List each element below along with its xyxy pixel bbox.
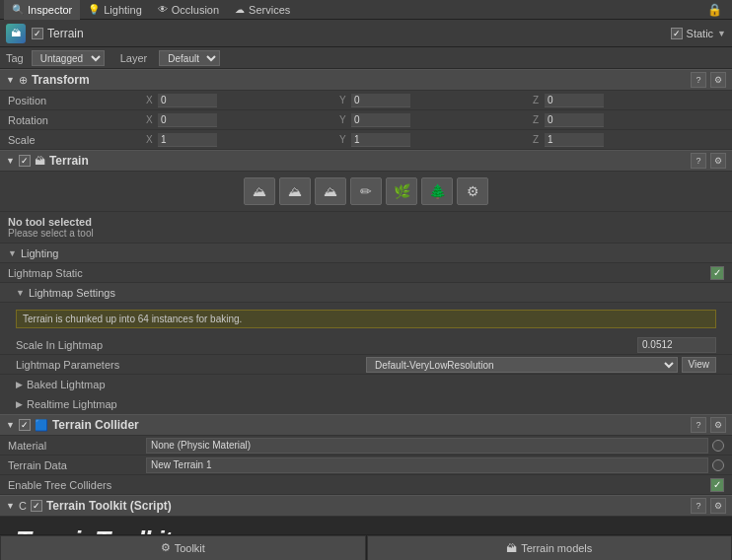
lightmap-static-check[interactable]: ✓ [710, 266, 724, 280]
toolbar: 🏔 ✓ Terrain ✓ Static ▼ [0, 20, 732, 47]
lightmap-warning-container: Terrain is chunked up into 64 instances … [0, 303, 732, 335]
lighting-sub-title: Lighting [21, 247, 59, 259]
lightmap-params-select[interactable]: Default-VeryLowResolution [366, 357, 678, 373]
rotation-x-input[interactable] [158, 113, 217, 127]
toolkit-menu-btn[interactable]: ⚙ [710, 498, 726, 514]
rotation-x: X [146, 113, 337, 127]
static-label: Static [687, 28, 714, 39]
tab-services[interactable]: ☁ Services [227, 0, 298, 20]
tab-lighting[interactable]: 💡 Lighting [80, 0, 150, 20]
scale-y-input[interactable] [351, 133, 410, 147]
transform-section-buttons: ? ⚙ [691, 72, 726, 88]
terrain-section-buttons: ? ⚙ [691, 153, 726, 169]
lighting-icon: 💡 [88, 4, 100, 15]
terrain-tool-2[interactable]: ⛰ [279, 177, 311, 205]
inspector-icon: 🔍 [12, 4, 24, 15]
tab-occlusion[interactable]: 👁 Occlusion [150, 0, 227, 20]
position-x-input[interactable] [158, 94, 217, 107]
terrain-tool-7[interactable]: ⚙ [457, 177, 488, 205]
select-tool-text: Please select a tool [8, 228, 724, 239]
lightmap-params-label: Lightmap Parameters [16, 359, 366, 371]
material-dot[interactable] [712, 440, 724, 452]
terrain-collapse-arrow: ▼ [6, 156, 15, 166]
object-name: Terrain [47, 27, 84, 40]
terrain-toolbar: ⛰ ⛰ ⛰ ✏ 🌿 🌲 ⚙ [0, 172, 732, 212]
baked-lightmap-row[interactable]: ▶ Baked Lightmap [0, 375, 732, 394]
bottom-bar: ⚙ Toolkit 🏔 Terrain models [0, 534, 732, 560]
scale-x: X [146, 133, 337, 147]
terrain-enable-check[interactable]: ✓ [19, 155, 31, 167]
terrain-tool-4[interactable]: ✏ [350, 177, 382, 205]
rotation-z-input[interactable] [545, 113, 604, 127]
enable-trees-check[interactable]: ✓ [710, 478, 724, 492]
static-checkbox[interactable]: ✓ [671, 28, 683, 39]
scale-z-input[interactable] [545, 133, 604, 147]
toolkit-enable-check[interactable]: ✓ [31, 500, 42, 512]
lightmap-static-row: Lightmap Static ✓ [0, 263, 732, 283]
terrain-section-icon: 🏔 [35, 155, 45, 167]
terrain-models-btn-label: Terrain models [521, 542, 592, 554]
rotation-y-input[interactable] [351, 113, 410, 127]
lightmap-params-row: Lightmap Parameters Default-VeryLowResol… [0, 355, 732, 375]
main-content: ▼ ⊕ Transform ? ⚙ Position X Y Z [0, 69, 732, 557]
scale-x-input[interactable] [158, 133, 217, 147]
toolkit-section-header[interactable]: ▼ C ✓ Terrain Toolkit (Script) ? ⚙ [0, 495, 732, 517]
enable-trees-label: Enable Tree Colliders [8, 479, 710, 491]
static-dropdown-arrow[interactable]: ▼ [717, 29, 726, 38]
terrain-menu-btn[interactable]: ⚙ [710, 153, 726, 169]
lightmap-params-view-btn[interactable]: View [682, 357, 717, 373]
baked-lightmap-label: Baked Lightmap [27, 379, 106, 390]
transform-content: Position X Y Z Rotation X [0, 91, 732, 150]
terrain-section-header[interactable]: ▼ ✓ 🏔 Terrain ? ⚙ [0, 150, 732, 172]
enable-trees-row: Enable Tree Colliders ✓ [0, 475, 732, 495]
position-y-input[interactable] [351, 94, 410, 107]
collider-section-header[interactable]: ▼ ✓ 🟦 Terrain Collider ? ⚙ [0, 414, 732, 436]
terrain-info-btn[interactable]: ? [691, 153, 706, 169]
material-label: Material [8, 440, 146, 452]
layer-select[interactable]: Default [159, 50, 220, 66]
toolkit-bottom-btn[interactable]: ⚙ Toolkit [0, 535, 366, 561]
lock-icon[interactable]: 🔒 [707, 3, 728, 17]
scale-y: Y [339, 133, 531, 147]
transform-info-btn[interactable]: ? [691, 72, 706, 88]
collider-menu-btn[interactable]: ⚙ [710, 417, 726, 433]
terrain-models-bottom-btn[interactable]: 🏔 Terrain models [367, 535, 733, 561]
terrain-tool-6[interactable]: 🌲 [421, 177, 453, 205]
lightmap-warning: Terrain is chunked up into 64 instances … [16, 310, 716, 328]
tag-select[interactable]: Untagged [32, 50, 105, 66]
rotation-label: Rotation [8, 114, 146, 126]
toolkit-btn-label: Toolkit [175, 542, 205, 554]
no-tool-text: No tool selected [8, 216, 724, 228]
collider-enable-check[interactable]: ✓ [19, 419, 31, 431]
collider-info-btn[interactable]: ? [691, 417, 706, 433]
position-z-input[interactable] [545, 94, 604, 107]
realtime-lightmap-row[interactable]: ▶ Realtime Lightmap [0, 394, 732, 414]
terrain-title: Terrain [49, 154, 89, 168]
transform-title: Transform [32, 73, 90, 87]
object-enable-checkbox[interactable]: ✓ Terrain [32, 27, 84, 40]
transform-section-header[interactable]: ▼ ⊕ Transform ? ⚙ [0, 69, 732, 91]
terrain-tool-1[interactable]: ⛰ [244, 177, 275, 205]
toolkit-info-btn[interactable]: ? [691, 498, 706, 514]
scale-row: Scale X Y Z [0, 130, 732, 150]
rotation-z: Z [533, 113, 724, 127]
object-icon: 🏔 [6, 24, 26, 43]
tab-bar: 🔍 Inspector 💡 Lighting 👁 Occlusion ☁ Ser… [0, 0, 732, 20]
terrain-data-dot[interactable] [712, 459, 724, 471]
material-input[interactable] [146, 438, 708, 454]
transform-menu-btn[interactable]: ⚙ [710, 72, 726, 88]
tab-inspector[interactable]: 🔍 Inspector [4, 0, 80, 20]
rotation-row: Rotation X Y Z [0, 110, 732, 130]
enable-check[interactable]: ✓ [32, 28, 43, 39]
terrain-data-input[interactable] [146, 457, 708, 473]
services-icon: ☁ [235, 4, 245, 15]
terrain-content: ⛰ ⛰ ⛰ ✏ 🌿 🌲 ⚙ No tool selected Please se… [0, 172, 732, 414]
toolkit-btn-icon: ⚙ [161, 541, 171, 554]
terrain-tool-3[interactable]: ⛰ [315, 177, 346, 205]
terrain-tool-5[interactable]: 🌿 [386, 177, 417, 205]
scale-lightmap-input[interactable] [637, 337, 716, 353]
scale-label: Scale [8, 134, 146, 146]
lighting-sub-header[interactable]: ▼ Lighting [0, 244, 732, 263]
toolkit-title: Terrain Toolkit (Script) [46, 499, 172, 513]
lightmap-settings-header[interactable]: ▼ Lightmap Settings [0, 283, 732, 303]
